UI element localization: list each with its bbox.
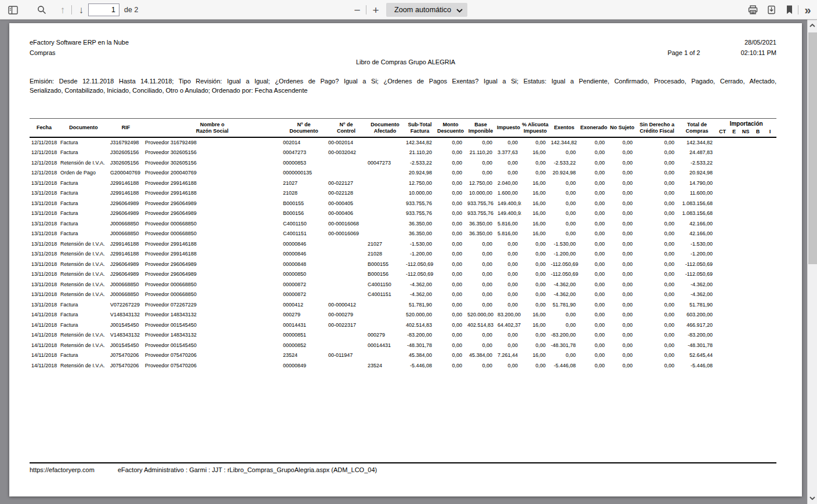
table-cell: 13/11/2018 (30, 188, 59, 199)
column-header: NS (739, 127, 752, 137)
column-header: Sin Derecho a Crédito Fiscal (636, 119, 678, 138)
scroll-down-arrow[interactable] (808, 494, 817, 503)
table-cell-importacion (716, 229, 729, 239)
table-cell: 16,00 (521, 209, 549, 219)
table-cell-importacion (752, 279, 764, 290)
table-cell: 00000872 (281, 279, 326, 290)
zoom-in-button[interactable]: + (368, 2, 384, 18)
table-cell: 5.816,00 (496, 218, 521, 229)
table-cell: 0,00 (521, 340, 549, 350)
table-cell: 000279 (281, 310, 326, 320)
table-cell: J299146188 (108, 188, 143, 199)
table-cell: 13/11/2018 (30, 290, 59, 300)
table-cell-importacion (729, 310, 739, 320)
column-header: Nº de Documento (281, 119, 326, 138)
table-cell-importacion (729, 158, 739, 168)
table-cell (366, 178, 404, 188)
table-cell-importacion (739, 320, 752, 330)
table-cell (366, 209, 404, 219)
table-cell: 0,00 (608, 279, 636, 290)
table-cell (366, 198, 404, 209)
table-cell-importacion (752, 229, 764, 239)
table-cell-importacion (739, 178, 752, 188)
tools-menu-button[interactable]: » (799, 2, 815, 18)
column-header: Documento (59, 119, 108, 138)
table-cell-importacion (764, 320, 776, 330)
column-group-importacion: Importación (716, 119, 776, 127)
print-button[interactable] (745, 2, 761, 18)
table-cell: -2.533,22 (549, 158, 579, 168)
table-cell: 0,00 (521, 249, 549, 260)
table-cell: 20.924,98 (404, 168, 435, 178)
table-cell: 0,00 (435, 229, 466, 239)
toolbar-separator (798, 5, 798, 14)
table-cell: -4.362,00 (404, 279, 435, 290)
table-cell-importacion (739, 360, 752, 371)
table-cell: 0,00 (435, 198, 466, 209)
table-cell-importacion (729, 249, 739, 260)
table-cell (366, 229, 404, 239)
table-cell: Factura (59, 178, 108, 188)
table-cell: 0,00 (636, 148, 678, 158)
table-cell: 21028 (366, 249, 404, 260)
table-cell: 00-022127 (326, 178, 366, 188)
table-cell: 16,00 (521, 320, 549, 330)
table-cell-importacion (764, 290, 776, 300)
table-cell: 0,00 (608, 290, 636, 300)
current-view-button[interactable] (781, 2, 797, 18)
table-cell-importacion (739, 198, 752, 209)
table-cell: 0,00 (608, 209, 636, 219)
table-cell: 0,00 (608, 360, 636, 371)
table-cell: 0,00 (435, 269, 466, 280)
table-cell: 0,00 (608, 320, 636, 330)
table-row: 13/11/2018Retensión de I.V.A.J299146188P… (30, 249, 776, 260)
table-row: 13/11/2018Retensión de I.V.A.J000668850P… (30, 290, 776, 300)
zoom-level-select[interactable]: Zoom automático (386, 3, 467, 17)
table-cell: J302605156 (108, 158, 143, 168)
table-cell: J316792498 (108, 137, 143, 148)
pdf-viewer-area: eFactory Software ERP en la Nube Compras… (0, 20, 807, 504)
save-button[interactable] (763, 2, 779, 18)
table-cell: J296064989 (108, 209, 143, 219)
table-cell-importacion (739, 229, 752, 239)
table-cell-importacion (764, 259, 776, 269)
table-cell: 0,00 (496, 330, 521, 341)
sidebar-toggle-button[interactable] (5, 2, 21, 18)
table-cell: 520.000,00 (404, 310, 435, 320)
table-cell: 0,00 (549, 310, 579, 320)
table-cell-importacion (716, 360, 729, 371)
table-cell: 0,00 (579, 279, 608, 290)
scroll-up-arrow[interactable] (808, 21, 817, 30)
table-cell: 0,00 (636, 259, 678, 269)
table-row: 13/11/2018Retensión de I.V.A.J299146188P… (30, 239, 776, 249)
table-row: 13/11/2018FacturaJ299146188Proveedor 299… (30, 188, 776, 199)
table-cell: 149.400,92 (496, 209, 521, 219)
page-number-input[interactable] (88, 3, 119, 16)
table-cell: 0,00 (466, 330, 496, 341)
table-cell-importacion (739, 249, 752, 260)
table-cell: 0,00 (496, 279, 521, 290)
table-row: 13/11/2018FacturaJ296064989Proveedor 296… (30, 198, 776, 209)
table-cell: 23524 (366, 360, 404, 371)
table-cell: 0,00 (636, 340, 678, 350)
table-cell-importacion (716, 178, 729, 188)
next-page-button[interactable]: ↓ (73, 2, 89, 18)
table-cell: -1.200,00 (549, 249, 579, 260)
table-cell: 45.384,00 (404, 350, 435, 361)
table-cell: J075470206 (108, 350, 143, 361)
table-cell: 0,00 (466, 249, 496, 260)
table-cell: 0,00 (549, 178, 579, 188)
table-cell: -112.050,69 (678, 269, 716, 280)
table-cell: J296064989 (108, 269, 143, 280)
table-cell-importacion (739, 158, 752, 168)
table-cell: 0,00 (521, 239, 549, 249)
table-cell-importacion (729, 209, 739, 219)
zoom-out-button[interactable]: − (349, 2, 365, 18)
table-cell-importacion (752, 360, 764, 371)
toolbar-separator (71, 5, 72, 14)
find-button[interactable] (34, 2, 50, 18)
previous-page-button[interactable]: ↑ (55, 2, 71, 18)
table-cell: 466.917,20 (678, 320, 716, 330)
table-cell: Factura (59, 198, 108, 209)
scrollbar-thumb[interactable] (808, 32, 817, 264)
